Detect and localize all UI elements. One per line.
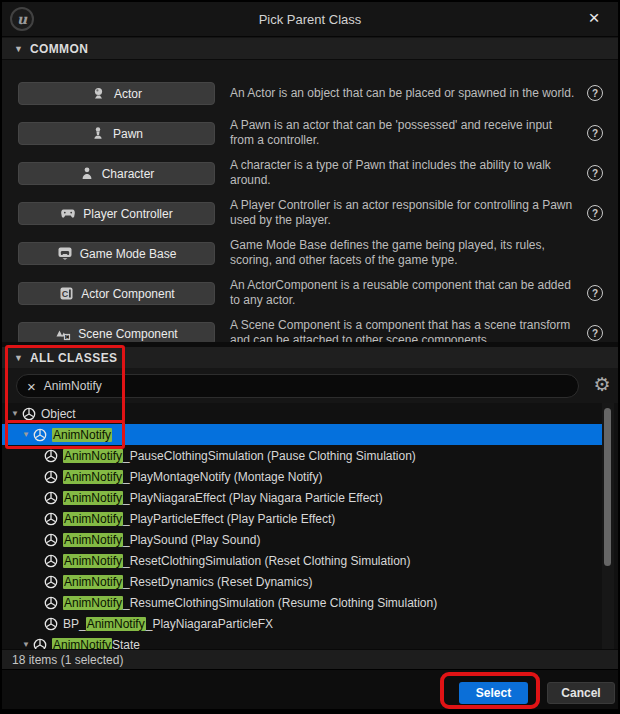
- tree-row-label: AnimNotify_PlayNiagaraEffect (Play Niaga…: [63, 491, 383, 505]
- character-icon: [79, 166, 95, 182]
- tree-row[interactable]: ▼Object: [2, 403, 618, 424]
- pick-parent-class-dialog: u Pick Parent Class × ▼ COMMON ActorAn A…: [0, 0, 620, 714]
- help-icon[interactable]: ?: [587, 85, 603, 101]
- tree-row-label: AnimNotify: [52, 428, 112, 442]
- help-icon[interactable]: ?: [587, 325, 603, 341]
- class-description: An ActorComponent is a reusable componen…: [230, 273, 578, 313]
- class-icon: [44, 449, 58, 463]
- footer-bar: Select Cancel: [2, 669, 618, 709]
- tree-row-label: Object: [41, 407, 76, 421]
- tree-row-label: AnimNotify_PauseClothingSimulation (Paus…: [63, 449, 416, 463]
- expander-chevron-down-icon[interactable]: ▼: [19, 640, 33, 649]
- help-icon[interactable]: ?: [587, 125, 603, 141]
- dialog-body: u Pick Parent Class × ▼ COMMON ActorAn A…: [2, 2, 618, 708]
- class-icon: [44, 554, 58, 568]
- class-button-label: Scene Component: [78, 327, 177, 341]
- actor-icon: [91, 86, 107, 102]
- pawn-button[interactable]: Pawn: [18, 122, 215, 145]
- tree-row-label: AnimNotify_ResetClothingSimulation (Rese…: [63, 554, 411, 568]
- player-controller-icon: [60, 206, 76, 222]
- game-mode-base-button[interactable]: Game Mode Base: [18, 242, 215, 265]
- class-button-label: Actor Component: [81, 287, 174, 301]
- tree-row[interactable]: ▼AnimNotify_PauseClothingSimulation (Pau…: [2, 445, 618, 466]
- title-bar: u Pick Parent Class ×: [2, 2, 618, 37]
- class-icon: [33, 638, 47, 650]
- tree-row[interactable]: ▼AnimNotify_PlaySound (Play Sound): [2, 529, 618, 550]
- items-count-status: 18 items (1 selected): [12, 653, 123, 667]
- tree-row-label: AnimNotify_PlayMontageNotify (Montage No…: [63, 470, 322, 484]
- help-icon[interactable]: ?: [587, 285, 603, 301]
- class-icon: [44, 470, 58, 484]
- close-icon[interactable]: ×: [582, 6, 606, 30]
- tree-row[interactable]: ▼AnimNotify_PlayNiagaraEffect (Play Niag…: [2, 487, 618, 508]
- search-match-highlight: AnimNotify: [63, 512, 123, 526]
- search-match-highlight: AnimNotify: [63, 491, 123, 505]
- class-icon: [44, 596, 58, 610]
- class-button-label: Player Controller: [83, 207, 172, 221]
- search-match-highlight: AnimNotify: [63, 554, 123, 568]
- dialog-title: Pick Parent Class: [2, 2, 618, 36]
- class-icon: [44, 512, 58, 526]
- search-match-highlight: AnimNotify: [63, 470, 123, 484]
- search-match-highlight: AnimNotify: [63, 575, 123, 589]
- player-controller-button[interactable]: Player Controller: [18, 202, 215, 225]
- help-icon[interactable]: ?: [587, 205, 603, 221]
- tree-row[interactable]: ▼AnimNotifyState: [2, 634, 618, 649]
- class-description: An Actor is an object that can be placed…: [230, 73, 578, 113]
- help-icon[interactable]: ?: [587, 165, 603, 181]
- search-match-highlight: AnimNotify: [63, 596, 123, 610]
- class-icon: [44, 575, 58, 589]
- game-mode-icon: [57, 246, 73, 262]
- pawn-icon: [90, 126, 106, 142]
- character-button[interactable]: Character: [18, 162, 215, 185]
- actor-button[interactable]: Actor: [18, 82, 215, 105]
- tree-row-label: BP_AnimNotify_PlayNiagaraParticleFX: [63, 617, 273, 631]
- common-class-row: Player ControllerA Player Controller is …: [2, 193, 618, 233]
- class-icon: [44, 533, 58, 547]
- cancel-button[interactable]: Cancel: [547, 682, 615, 704]
- expander-chevron-down-icon[interactable]: ▼: [8, 409, 22, 418]
- class-button-label: Actor: [114, 87, 142, 101]
- clear-search-icon[interactable]: ×: [27, 379, 36, 394]
- common-class-row: PawnA Pawn is an actor that can be 'poss…: [2, 113, 618, 153]
- actor-component-icon: C: [58, 286, 74, 302]
- class-button-label: Game Mode Base: [80, 247, 177, 261]
- tree-row[interactable]: ▼AnimNotify_ResetDynamics (Reset Dynamic…: [2, 571, 618, 592]
- tree-row-label: AnimNotify_ResetDynamics (Reset Dynamics…: [63, 575, 312, 589]
- class-description: A Pawn is an actor that can be 'possesse…: [230, 113, 578, 153]
- all-classes-section-header[interactable]: ▼ ALL CLASSES: [2, 347, 618, 369]
- gear-icon[interactable]: ⚙: [590, 372, 614, 396]
- tree-row-label: AnimNotify_PlaySound (Play Sound): [63, 533, 260, 547]
- class-tree: ▼Object▼AnimNotify▼AnimNotify_PauseCloth…: [2, 403, 618, 649]
- select-button[interactable]: Select: [459, 682, 528, 704]
- expander-chevron-down-icon[interactable]: ▼: [19, 430, 33, 439]
- common-section-label: COMMON: [30, 42, 88, 56]
- tree-row[interactable]: ▼AnimNotify_ResetClothingSimulation (Res…: [2, 550, 618, 571]
- class-description: A Player Controller is an actor responsi…: [230, 193, 578, 233]
- status-bar: 18 items (1 selected): [2, 649, 618, 669]
- tree-row[interactable]: ▼AnimNotify_ResumeClothingSimulation (Re…: [2, 592, 618, 613]
- chevron-down-icon: ▼: [14, 353, 23, 363]
- class-description: Game Mode Base defines the game being pl…: [230, 233, 578, 273]
- class-button-label: Character: [102, 167, 155, 181]
- search-input[interactable]: × AnimNotify: [16, 374, 579, 398]
- svg-text:C: C: [62, 289, 69, 299]
- common-class-row: ActorAn Actor is an object that can be p…: [2, 73, 618, 113]
- class-icon: [33, 428, 47, 442]
- class-button-label: Pawn: [113, 127, 143, 141]
- tree-row[interactable]: ▼AnimNotify_PlayMontageNotify (Montage N…: [2, 466, 618, 487]
- tree-row[interactable]: ▼BP_AnimNotify_PlayNiagaraParticleFX: [2, 613, 618, 634]
- common-class-row: Game Mode BaseGame Mode Base defines the…: [2, 233, 618, 273]
- common-classes-panel: ActorAn Actor is an object that can be p…: [2, 60, 618, 342]
- actor-component-button[interactable]: CActor Component: [18, 282, 215, 305]
- tree-row-label: AnimNotify_ResumeClothingSimulation (Res…: [63, 596, 437, 610]
- scene-component-icon: C: [55, 326, 71, 342]
- all-classes-section-label: ALL CLASSES: [30, 351, 118, 365]
- search-bar-region: × AnimNotify ⚙: [2, 368, 618, 403]
- tree-row-selected[interactable]: ▼AnimNotify: [2, 424, 618, 445]
- scrollbar-thumb[interactable]: [604, 408, 611, 566]
- tree-row[interactable]: ▼AnimNotify_PlayParticleEffect (Play Par…: [2, 508, 618, 529]
- common-section-header[interactable]: ▼ COMMON: [2, 38, 618, 60]
- search-match-highlight: AnimNotify: [52, 638, 112, 650]
- search-match-highlight: AnimNotify: [52, 428, 112, 442]
